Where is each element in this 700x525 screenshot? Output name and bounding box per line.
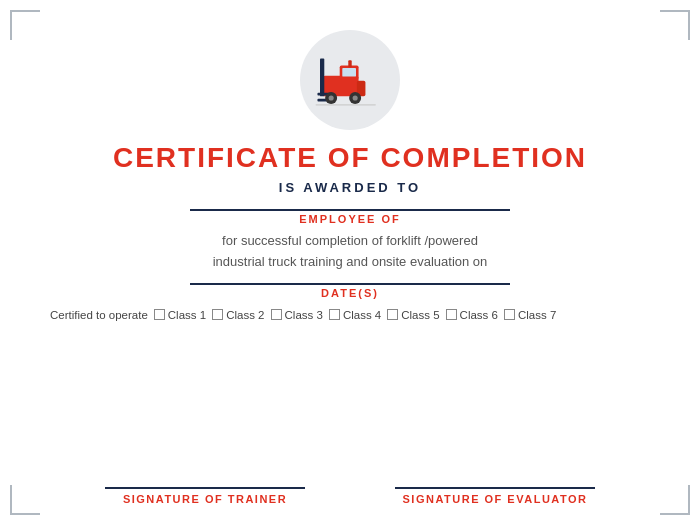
trainer-signature-block: SIGNATURE OF TRAINER	[95, 487, 315, 505]
employee-label: EMPLOYEE OF	[299, 213, 400, 225]
date-label: DATE(S)	[321, 287, 379, 299]
class-item-3: Class 3	[271, 309, 323, 321]
class-checkbox-4[interactable]	[329, 309, 340, 320]
date-line	[190, 283, 510, 285]
forklift-icon	[315, 50, 385, 110]
evaluator-signature-block: SIGNATURE OF EVALUATOR	[385, 487, 605, 505]
class-label-3: Class 3	[285, 309, 323, 321]
class-label-2: Class 2	[226, 309, 264, 321]
svg-rect-12	[348, 60, 351, 67]
certificate: CERTIFICATE OF COMPLETION IS AWARDED TO …	[0, 0, 700, 525]
svg-point-8	[353, 95, 358, 100]
corner-bracket-br	[660, 485, 690, 515]
trainer-signature-line	[105, 487, 305, 489]
svg-rect-3	[320, 59, 324, 97]
certified-label: Certified to operate	[50, 309, 148, 321]
trainer-signature-label: SIGNATURE OF TRAINER	[123, 493, 287, 505]
class-item-4: Class 4	[329, 309, 381, 321]
evaluator-signature-line	[395, 487, 595, 489]
class-checkbox-6[interactable]	[446, 309, 457, 320]
class-label-1: Class 1	[168, 309, 206, 321]
class-item-1: Class 1	[154, 309, 206, 321]
class-label-5: Class 5	[401, 309, 439, 321]
certificate-subtitle: IS AWARDED TO	[279, 180, 421, 195]
classes-row: Certified to operate Class 1Class 2Class…	[40, 309, 660, 321]
class-checkbox-3[interactable]	[271, 309, 282, 320]
class-label-4: Class 4	[343, 309, 381, 321]
class-item-6: Class 6	[446, 309, 498, 321]
corner-bracket-tr	[660, 10, 690, 40]
signatures-row: SIGNATURE OF TRAINER SIGNATURE OF EVALUA…	[40, 487, 660, 505]
class-checkbox-5[interactable]	[387, 309, 398, 320]
class-item-5: Class 5	[387, 309, 439, 321]
name-line	[190, 209, 510, 211]
class-checkbox-1[interactable]	[154, 309, 165, 320]
svg-point-10	[329, 95, 334, 100]
logo-circle	[300, 30, 400, 130]
svg-rect-2	[342, 68, 356, 77]
class-label-7: Class 7	[518, 309, 556, 321]
class-checkbox-2[interactable]	[212, 309, 223, 320]
corner-bracket-tl	[10, 10, 40, 40]
certificate-title: CERTIFICATE OF COMPLETION	[113, 142, 587, 174]
class-item-2: Class 2	[212, 309, 264, 321]
class-checkbox-7[interactable]	[504, 309, 515, 320]
corner-bracket-bl	[10, 485, 40, 515]
class-item-7: Class 7	[504, 309, 556, 321]
class-label-6: Class 6	[460, 309, 498, 321]
completion-text: for successful completion of forklift /p…	[213, 231, 488, 273]
evaluator-signature-label: SIGNATURE OF EVALUATOR	[403, 493, 588, 505]
